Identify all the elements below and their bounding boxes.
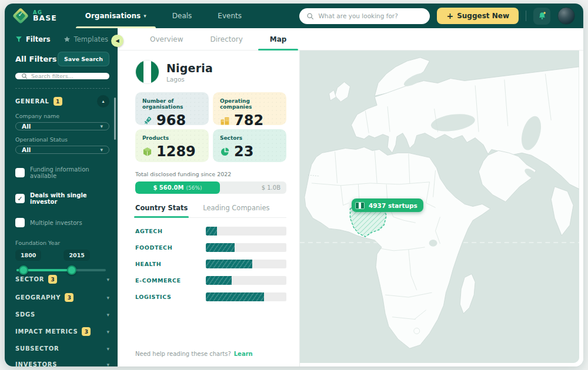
map-tooltip[interactable]: 4937 startups bbox=[352, 199, 423, 212]
chevron-down-icon: ▾ bbox=[106, 295, 109, 301]
tooltip-text: 4937 startups bbox=[369, 202, 417, 209]
chevron-down-icon: ▾ bbox=[100, 147, 103, 153]
country-name: Nigeria bbox=[166, 62, 213, 75]
nav-item-deals[interactable]: Deals bbox=[159, 4, 205, 28]
nav-menu: Organisations ▾ Deals Events bbox=[72, 4, 255, 28]
main-tabbar: Overview Directory Map bbox=[118, 28, 583, 51]
chart-row-ecommerce: E-COMMERCE bbox=[135, 276, 286, 285]
filter-search-input[interactable] bbox=[31, 73, 103, 79]
year-max-chip: 2015 bbox=[64, 250, 89, 261]
search-icon bbox=[306, 12, 314, 20]
filter-search[interactable] bbox=[15, 73, 109, 79]
sidebar-section-sector[interactable]: SECTOR 3 ▾ bbox=[15, 270, 109, 288]
chevron-down-icon: ▾ bbox=[143, 13, 146, 19]
sector-bar-chart: AGTECH FOODTECH HEALTH E-COMMERCE bbox=[135, 227, 286, 309]
nav-item-events[interactable]: Events bbox=[205, 4, 255, 28]
user-avatar[interactable] bbox=[557, 7, 575, 25]
checkbox-funding-information[interactable]: ✓ Funding information available bbox=[15, 166, 109, 179]
sidebar-section-investors[interactable]: INVESTORS ▾ bbox=[15, 356, 109, 366]
year-min-chip: 1800 bbox=[15, 250, 41, 261]
chart-row-health: HEALTH bbox=[135, 260, 286, 268]
sidebar-section-sdgs[interactable]: SDGS ▾ bbox=[15, 307, 109, 322]
slider-handle-min[interactable] bbox=[19, 265, 28, 275]
map-svg bbox=[300, 51, 579, 363]
chevron-down-icon: ▾ bbox=[106, 329, 109, 335]
filters-title: All Filters bbox=[15, 55, 56, 63]
global-search-input[interactable] bbox=[318, 12, 423, 19]
stat-value: 1289 bbox=[156, 144, 196, 159]
logo-text-bottom: BASE bbox=[33, 15, 57, 22]
nav-divider bbox=[526, 11, 526, 21]
package-icon bbox=[142, 147, 152, 157]
save-search-button[interactable]: Save Search bbox=[58, 52, 109, 66]
filter-icon bbox=[15, 36, 22, 43]
chart-help-text: Need help reading these charts?Learn bbox=[135, 346, 286, 359]
suggest-new-button[interactable]: + Suggest New bbox=[437, 8, 519, 24]
chevron-down-icon: ▾ bbox=[106, 312, 109, 318]
tab-country-stats[interactable]: Country Stats bbox=[135, 204, 188, 217]
checkbox-icon: ✓ bbox=[15, 168, 25, 177]
operational-status-select[interactable]: All ▾ bbox=[15, 146, 109, 154]
chevron-down-icon: ▾ bbox=[106, 362, 109, 367]
tab-map[interactable]: Map bbox=[256, 28, 300, 50]
chevron-down-icon: ▾ bbox=[106, 277, 109, 282]
sidebar-tab-filters[interactable]: Filters bbox=[15, 35, 51, 43]
chart-row-foodtech: FOODTECH bbox=[135, 243, 286, 252]
funding-max: $ 1.0B bbox=[262, 181, 280, 194]
chart-row-logistics: LOGISTICS bbox=[135, 292, 286, 301]
sidebar-tab-templates[interactable]: Templates bbox=[64, 35, 108, 43]
logo-diamond-icon: ✓ bbox=[13, 8, 28, 23]
sidebar-section-impact-metrics[interactable]: IMPACT METRICS 3 ▾ bbox=[15, 322, 109, 341]
app-logo[interactable]: ✓ AG BASE bbox=[13, 8, 57, 23]
chart-row-agtech: AGTECH bbox=[135, 227, 286, 236]
filters-sidebar: Filters Templates All Filters Save Searc… bbox=[5, 28, 118, 366]
country-stats-panel: Nigeria Lagos Number of organisations bbox=[118, 51, 300, 366]
notifications-button[interactable] bbox=[533, 8, 550, 25]
funding-percent: (56%) bbox=[186, 185, 202, 191]
funding-value: $ 560.0M bbox=[153, 184, 183, 191]
collapse-sidebar-button[interactable]: ◀ bbox=[111, 35, 123, 47]
pie-chart-icon bbox=[220, 147, 230, 157]
collapse-general-button[interactable]: ▴ bbox=[97, 95, 109, 107]
geography-badge: 3 bbox=[65, 293, 74, 302]
sidebar-scrollbar[interactable] bbox=[114, 97, 116, 140]
foundation-year-label: Foundation Year bbox=[15, 240, 109, 246]
stat-card-products: Products 1289 bbox=[135, 129, 209, 162]
chevron-down-icon: ▾ bbox=[100, 123, 103, 129]
company-name-select[interactable]: All ▾ bbox=[15, 122, 109, 130]
tab-overview[interactable]: Overview bbox=[136, 28, 197, 50]
checkbox-icon: ✓ bbox=[15, 218, 25, 227]
collapse-left-icon: ◀ bbox=[115, 38, 119, 43]
checkbox-icon: ✓ bbox=[15, 194, 25, 203]
tab-leading-companies[interactable]: Leading Companies bbox=[203, 204, 269, 217]
funding-progressbar: $ 560.0M (56%) $ 1.0B bbox=[135, 181, 286, 194]
checkbox-multiple-investors[interactable]: ✓ Multiple investors bbox=[15, 218, 109, 227]
tab-directory[interactable]: Directory bbox=[197, 28, 256, 50]
search-icon bbox=[21, 73, 28, 79]
stats-tabbar: Country Stats Leading Companies bbox=[135, 204, 286, 218]
chevron-up-icon: ▴ bbox=[102, 99, 104, 104]
funding-fill: $ 560.0M (56%) bbox=[135, 181, 220, 194]
divider bbox=[15, 88, 109, 89]
sector-badge: 3 bbox=[48, 275, 57, 284]
learn-link[interactable]: Learn bbox=[234, 351, 253, 357]
stat-value: 968 bbox=[156, 113, 186, 127]
country-city: Lagos bbox=[166, 76, 213, 83]
plus-icon: + bbox=[446, 11, 453, 21]
general-section-label: GENERAL bbox=[15, 98, 49, 105]
chevron-down-icon: ▾ bbox=[106, 346, 109, 352]
checkbox-single-investor[interactable]: ✓ Deals with single investor bbox=[15, 192, 109, 205]
sidebar-section-subsector[interactable]: SUBSECTOR ▾ bbox=[15, 341, 109, 356]
slider-handle-max[interactable] bbox=[67, 265, 76, 275]
global-search[interactable] bbox=[299, 8, 430, 24]
building-icon bbox=[220, 116, 230, 126]
sidebar-section-geography[interactable]: GEOGRAPHY 3 ▾ bbox=[15, 288, 109, 307]
rocket-icon bbox=[142, 116, 152, 126]
stat-value: 782 bbox=[234, 113, 263, 127]
nigeria-mini-flag-icon bbox=[355, 202, 365, 209]
app-window: ✓ AG BASE Organisations ▾ Deals Events bbox=[5, 4, 583, 366]
nav-item-organisations[interactable]: Organisations ▾ bbox=[72, 4, 159, 28]
funding-label: Total disclosed funding since 2022 bbox=[135, 171, 286, 177]
stat-card-operating: Operating companies 782 bbox=[213, 92, 286, 125]
world-map[interactable]: 4937 startups bbox=[300, 51, 579, 363]
